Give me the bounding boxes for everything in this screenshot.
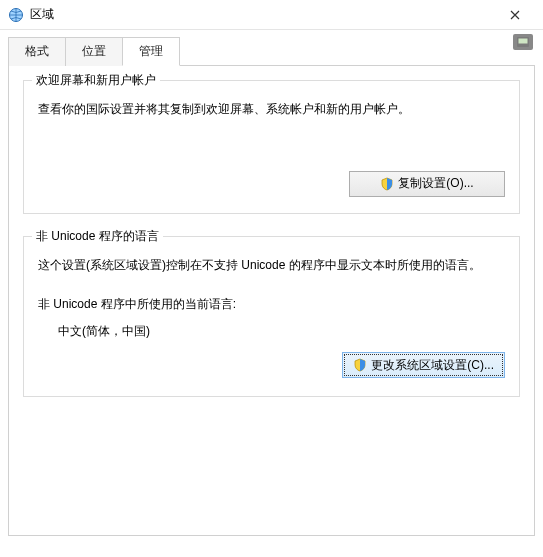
group-desc: 这个设置(系统区域设置)控制在不支持 Unicode 的程序中显示文本时所使用的… [38, 255, 505, 277]
group-nonunicode: 非 Unicode 程序的语言 这个设置(系统区域设置)控制在不支持 Unico… [23, 236, 520, 398]
button-label: 更改系统区域设置(C)... [371, 357, 494, 374]
tab-label: 位置 [82, 44, 106, 58]
tab-label: 格式 [25, 44, 49, 58]
tab-admin[interactable]: 管理 [122, 37, 180, 66]
group-title: 非 Unicode 程序的语言 [32, 228, 163, 245]
button-label: 复制设置(O)... [398, 175, 473, 192]
group-desc: 查看你的国际设置并将其复制到欢迎屏幕、系统帐户和新的用户帐户。 [38, 99, 505, 121]
content-area: 格式 位置 管理 欢迎屏幕和新用户帐户 查看你的国际设置并将其复制到欢迎屏幕、系… [0, 30, 543, 544]
tab-format[interactable]: 格式 [8, 37, 66, 66]
group-title: 欢迎屏幕和新用户帐户 [32, 72, 160, 89]
window-title: 区域 [30, 6, 54, 23]
globe-icon [8, 7, 24, 23]
group-welcome: 欢迎屏幕和新用户帐户 查看你的国际设置并将其复制到欢迎屏幕、系统帐户和新的用户帐… [23, 80, 520, 214]
tab-strip: 格式 位置 管理 [8, 36, 535, 66]
current-language-value: 中文(简体，中国) [58, 323, 505, 340]
tab-panel: 欢迎屏幕和新用户帐户 查看你的国际设置并将其复制到欢迎屏幕、系统帐户和新的用户帐… [8, 66, 535, 536]
titlebar: 区域 [0, 0, 543, 30]
shield-icon [353, 358, 367, 372]
shield-icon [380, 177, 394, 191]
current-language-label: 非 Unicode 程序中所使用的当前语言: [38, 296, 505, 313]
close-icon [510, 10, 520, 20]
copy-settings-button[interactable]: 复制设置(O)... [349, 171, 505, 197]
close-button[interactable] [495, 1, 535, 29]
tab-location[interactable]: 位置 [65, 37, 123, 66]
change-locale-button[interactable]: 更改系统区域设置(C)... [342, 352, 505, 378]
tab-label: 管理 [139, 44, 163, 58]
